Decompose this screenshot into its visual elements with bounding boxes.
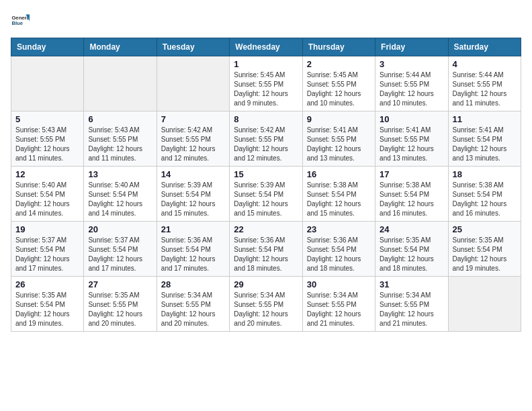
cell-date: 2	[307, 59, 371, 69]
cell-info: Sunrise: 5:44 AMSunset: 5:55 PMDaylight:…	[380, 71, 443, 108]
calendar-cell: 28Sunrise: 5:34 AMSunset: 5:55 PMDayligh…	[157, 277, 229, 332]
cell-date: 24	[380, 224, 443, 234]
cell-date: 15	[234, 169, 298, 179]
calendar-cell: 25Sunrise: 5:35 AMSunset: 5:54 PMDayligh…	[448, 222, 521, 277]
calendar-cell: 8Sunrise: 5:42 AMSunset: 5:55 PMDaylight…	[230, 111, 302, 167]
calendar-cell: 29Sunrise: 5:34 AMSunset: 5:55 PMDayligh…	[230, 277, 302, 332]
calendar-cell: 2Sunrise: 5:45 AMSunset: 5:55 PMDaylight…	[302, 56, 375, 111]
cell-date: 26	[15, 279, 79, 289]
cell-info: Sunrise: 5:45 AMSunset: 5:55 PMDaylight:…	[307, 71, 371, 108]
cell-date: 3	[380, 59, 443, 69]
calendar-cell	[11, 56, 84, 111]
cell-info: Sunrise: 5:34 AMSunset: 5:55 PMDaylight:…	[307, 291, 371, 328]
calendar-cell: 22Sunrise: 5:36 AMSunset: 5:54 PMDayligh…	[230, 222, 302, 277]
calendar-cell: 11Sunrise: 5:41 AMSunset: 5:54 PMDayligh…	[448, 111, 521, 167]
cell-date: 8	[234, 114, 298, 124]
calendar-cell: 26Sunrise: 5:35 AMSunset: 5:54 PMDayligh…	[11, 277, 84, 332]
cell-date: 13	[88, 169, 152, 179]
cell-date: 9	[307, 114, 371, 124]
cell-info: Sunrise: 5:38 AMSunset: 5:54 PMDaylight:…	[453, 181, 517, 218]
calendar-cell: 27Sunrise: 5:35 AMSunset: 5:55 PMDayligh…	[84, 277, 157, 332]
cell-info: Sunrise: 5:45 AMSunset: 5:55 PMDaylight:…	[234, 71, 298, 108]
cell-info: Sunrise: 5:36 AMSunset: 5:54 PMDaylight:…	[161, 236, 225, 273]
weekday-header-saturday: Saturday	[448, 38, 521, 56]
cell-info: Sunrise: 5:34 AMSunset: 5:55 PMDaylight:…	[161, 291, 225, 328]
weekday-header-row: SundayMondayTuesdayWednesdayThursdayFrid…	[11, 38, 521, 56]
calendar-cell: 6Sunrise: 5:43 AMSunset: 5:55 PMDaylight…	[84, 111, 157, 167]
calendar-cell: 30Sunrise: 5:34 AMSunset: 5:55 PMDayligh…	[302, 277, 375, 332]
header: General Blue	[11, 11, 521, 30]
cell-info: Sunrise: 5:43 AMSunset: 5:55 PMDaylight:…	[15, 126, 79, 163]
calendar-cell: 16Sunrise: 5:38 AMSunset: 5:54 PMDayligh…	[302, 167, 375, 222]
calendar-week-3: 12Sunrise: 5:40 AMSunset: 5:54 PMDayligh…	[11, 167, 521, 222]
cell-date: 21	[161, 224, 225, 234]
weekday-header-tuesday: Tuesday	[157, 38, 229, 56]
calendar-cell: 20Sunrise: 5:37 AMSunset: 5:54 PMDayligh…	[84, 222, 157, 277]
calendar-cell: 21Sunrise: 5:36 AMSunset: 5:54 PMDayligh…	[157, 222, 229, 277]
cell-date: 31	[380, 279, 443, 289]
weekday-header-wednesday: Wednesday	[230, 38, 302, 56]
cell-info: Sunrise: 5:43 AMSunset: 5:55 PMDaylight:…	[88, 126, 152, 163]
cell-info: Sunrise: 5:41 AMSunset: 5:55 PMDaylight:…	[307, 126, 371, 163]
cell-info: Sunrise: 5:38 AMSunset: 5:54 PMDaylight:…	[380, 181, 443, 218]
calendar-cell: 9Sunrise: 5:41 AMSunset: 5:55 PMDaylight…	[302, 111, 375, 167]
cell-date: 25	[453, 224, 517, 234]
cell-info: Sunrise: 5:38 AMSunset: 5:54 PMDaylight:…	[307, 181, 371, 218]
cell-info: Sunrise: 5:40 AMSunset: 5:54 PMDaylight:…	[15, 181, 79, 218]
cell-date: 11	[453, 114, 517, 124]
calendar-cell: 15Sunrise: 5:39 AMSunset: 5:54 PMDayligh…	[230, 167, 302, 222]
svg-text:Blue: Blue	[11, 20, 23, 26]
cell-info: Sunrise: 5:42 AMSunset: 5:55 PMDaylight:…	[234, 126, 298, 163]
cell-info: Sunrise: 5:35 AMSunset: 5:55 PMDaylight:…	[88, 291, 152, 328]
calendar-cell: 3Sunrise: 5:44 AMSunset: 5:55 PMDaylight…	[375, 56, 448, 111]
calendar-cell: 14Sunrise: 5:39 AMSunset: 5:54 PMDayligh…	[157, 167, 229, 222]
cell-date: 12	[15, 169, 79, 179]
cell-date: 29	[234, 279, 298, 289]
cell-date: 17	[380, 169, 443, 179]
cell-info: Sunrise: 5:35 AMSunset: 5:54 PMDaylight:…	[380, 236, 443, 273]
cell-info: Sunrise: 5:34 AMSunset: 5:55 PMDaylight:…	[234, 291, 298, 328]
weekday-header-friday: Friday	[375, 38, 448, 56]
cell-info: Sunrise: 5:44 AMSunset: 5:55 PMDaylight:…	[453, 71, 517, 108]
cell-info: Sunrise: 5:40 AMSunset: 5:54 PMDaylight:…	[88, 181, 152, 218]
cell-info: Sunrise: 5:39 AMSunset: 5:54 PMDaylight:…	[234, 181, 298, 218]
calendar-cell: 7Sunrise: 5:42 AMSunset: 5:55 PMDaylight…	[157, 111, 229, 167]
logo: General Blue	[11, 11, 30, 30]
cell-info: Sunrise: 5:37 AMSunset: 5:54 PMDaylight:…	[88, 236, 152, 273]
logo-icon: General Blue	[11, 11, 30, 30]
cell-info: Sunrise: 5:35 AMSunset: 5:54 PMDaylight:…	[15, 291, 79, 328]
calendar-cell	[448, 277, 521, 332]
cell-info: Sunrise: 5:37 AMSunset: 5:54 PMDaylight:…	[15, 236, 79, 273]
cell-date: 30	[307, 279, 371, 289]
calendar-cell: 24Sunrise: 5:35 AMSunset: 5:54 PMDayligh…	[375, 222, 448, 277]
calendar-cell: 5Sunrise: 5:43 AMSunset: 5:55 PMDaylight…	[11, 111, 84, 167]
cell-date: 4	[453, 59, 517, 69]
cell-date: 19	[15, 224, 79, 234]
calendar-cell: 19Sunrise: 5:37 AMSunset: 5:54 PMDayligh…	[11, 222, 84, 277]
calendar-cell: 1Sunrise: 5:45 AMSunset: 5:55 PMDaylight…	[230, 56, 302, 111]
weekday-header-sunday: Sunday	[11, 38, 84, 56]
calendar-cell: 31Sunrise: 5:34 AMSunset: 5:55 PMDayligh…	[375, 277, 448, 332]
calendar-week-1: 1Sunrise: 5:45 AMSunset: 5:55 PMDaylight…	[11, 56, 521, 111]
cell-info: Sunrise: 5:36 AMSunset: 5:54 PMDaylight:…	[234, 236, 298, 273]
calendar-cell: 17Sunrise: 5:38 AMSunset: 5:54 PMDayligh…	[375, 167, 448, 222]
weekday-header-monday: Monday	[84, 38, 157, 56]
calendar-cell: 13Sunrise: 5:40 AMSunset: 5:54 PMDayligh…	[84, 167, 157, 222]
cell-date: 5	[15, 114, 79, 124]
cell-date: 1	[234, 59, 298, 69]
calendar-cell: 18Sunrise: 5:38 AMSunset: 5:54 PMDayligh…	[448, 167, 521, 222]
calendar-cell	[157, 56, 229, 111]
cell-info: Sunrise: 5:36 AMSunset: 5:54 PMDaylight:…	[307, 236, 371, 273]
calendar-cell: 23Sunrise: 5:36 AMSunset: 5:54 PMDayligh…	[302, 222, 375, 277]
calendar-cell: 10Sunrise: 5:41 AMSunset: 5:55 PMDayligh…	[375, 111, 448, 167]
cell-info: Sunrise: 5:41 AMSunset: 5:55 PMDaylight:…	[380, 126, 443, 163]
cell-date: 23	[307, 224, 371, 234]
cell-info: Sunrise: 5:41 AMSunset: 5:54 PMDaylight:…	[453, 126, 517, 163]
cell-info: Sunrise: 5:35 AMSunset: 5:54 PMDaylight:…	[453, 236, 517, 273]
calendar-cell: 4Sunrise: 5:44 AMSunset: 5:55 PMDaylight…	[448, 56, 521, 111]
calendar-cell	[84, 56, 157, 111]
calendar-week-2: 5Sunrise: 5:43 AMSunset: 5:55 PMDaylight…	[11, 111, 521, 167]
cell-date: 18	[453, 169, 517, 179]
cell-date: 27	[88, 279, 152, 289]
cell-info: Sunrise: 5:34 AMSunset: 5:55 PMDaylight:…	[380, 291, 443, 328]
